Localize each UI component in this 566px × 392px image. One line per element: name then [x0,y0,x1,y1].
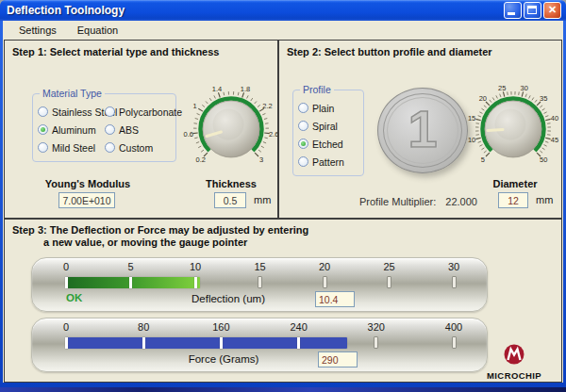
tick-mark [323,276,327,288]
material-type-group-label: Material Type [40,88,105,99]
radio-polycarbonate[interactable]: Polycarbonate [105,103,182,121]
tick-mark [65,277,68,288]
youngs-modulus-label: Young's Modulus [31,178,144,189]
minimize-button[interactable] [504,2,522,19]
radio-icon [38,124,48,135]
tick-mark [220,337,223,349]
tick-label: 25 [373,261,407,272]
svg-text:50: 50 [540,155,547,164]
svg-text:1.4: 1.4 [212,85,222,93]
app-window: Deflection Toolnology ✕ Settings Equatio… [0,0,566,392]
titlebar-buttons: ✕ [504,2,561,19]
profile-multiplier-value: 22.000 [445,196,477,207]
svg-text:0.2: 0.2 [196,155,206,164]
taskbar-sliver[interactable] [0,387,566,392]
tick-mark [374,336,378,349]
radio-icon [298,121,308,131]
button-preview-number: 1 [378,97,467,158]
radio-icon [298,103,308,113]
radio-abs[interactable]: ABS [105,121,182,139]
diameter-label: Diameter [473,178,558,189]
radio-spiral[interactable]: Spiral [298,117,365,135]
tick-mark [452,276,457,288]
deflection-input[interactable] [315,291,355,307]
tick-label: 5 [114,261,148,272]
maximize-button[interactable] [524,2,541,19]
deflection-gauge[interactable]: 051015202530 OK Deflection (um) [31,257,488,312]
svg-text:5: 5 [481,155,485,164]
menu-bar: Settings Equation [3,21,563,40]
deflection-axis-label: Deflection (um) [153,293,304,304]
menu-equation[interactable]: Equation [69,23,126,38]
svg-text:10: 10 [468,136,475,144]
radio-label: Spiral [312,121,338,132]
menu-settings[interactable]: Settings [10,23,65,38]
force-axis-label: Force (Grams) [148,353,299,365]
thickness-knob[interactable]: 0.20.611.41.82.22.63 [182,80,280,178]
tick-label: 80 [126,321,160,333]
tick-label: 20 [308,261,341,272]
radio-etched[interactable]: Etched [298,135,365,153]
thickness-label: Thickness [190,178,273,189]
radio-label: Polycarbonate [119,106,182,118]
profile-multiplier-label: Profile Multiplier: [359,196,436,207]
tick-mark [387,276,391,288]
radio-stainless-steel[interactable]: Stainless Steel [38,103,105,121]
tick-label: 15 [243,261,277,272]
radio-icon [38,106,48,117]
branding: MICROCHIP [471,343,558,381]
force-input[interactable] [318,351,358,368]
tick-label: 0 [49,261,83,272]
tick-label: 240 [282,321,316,333]
step2-panel: Step 2: Select button profile and diamet… [278,40,562,219]
force-bar[interactable] [66,337,347,349]
svg-text:0.6: 0.6 [184,130,193,139]
tick-mark [297,337,300,349]
radio-icon [105,124,115,135]
profile-multiplier: Profile Multiplier:22.000 [359,196,477,207]
radio-plain[interactable]: Plain [298,99,365,117]
material-type-group: Material Type Stainless SteelAluminumMil… [32,93,176,162]
svg-text:1.8: 1.8 [241,85,250,93]
tick-label: 400 [437,321,471,333]
step3-title-line1: Step 3: The Deflection or Force may be a… [12,224,308,236]
radio-aluminum[interactable]: Aluminum [38,121,105,139]
step1-title: Step 1: Select material type and thickne… [12,46,219,57]
deflection-bar[interactable] [66,277,200,288]
youngs-modulus-input[interactable] [58,192,115,208]
profile-options: PlainSpiralEtchedPattern [298,99,365,171]
radio-pattern[interactable]: Pattern [298,153,365,171]
radio-label: Etched [312,139,343,150]
force-gauge[interactable]: 080160240320400 Force (Grams) [31,318,488,372]
thickness-unit: mm [254,194,271,205]
svg-text:25: 25 [498,84,506,92]
radio-custom[interactable]: Custom [105,139,182,156]
tick-label: 10 [178,261,212,272]
diameter-knob[interactable]: 5101520253035404550 [464,80,562,178]
svg-text:2.6: 2.6 [269,130,278,139]
radio-label: Aluminum [52,124,96,136]
svg-text:15: 15 [468,114,475,122]
svg-text:40: 40 [551,114,558,122]
tick-label: 320 [359,321,393,333]
diameter-input[interactable] [498,192,528,208]
svg-text:35: 35 [540,94,547,103]
step2-title: Step 2: Select button profile and diamet… [287,46,492,57]
radio-icon [298,156,308,167]
tick-mark [194,277,197,288]
step3-title-line2: a new value, or moving the gauge pointer [43,237,247,248]
button-preview: 1 [377,88,468,173]
tick-mark [258,276,262,288]
svg-text:1: 1 [192,102,196,110]
radio-mild-steel[interactable]: Mild Steel [38,139,105,156]
svg-text:3: 3 [259,155,263,164]
tick-mark [65,337,68,349]
radio-label: Mild Steel [52,142,95,154]
svg-text:45: 45 [551,136,558,144]
tick-mark [142,337,145,349]
radio-icon [105,142,115,153]
title-bar[interactable]: Deflection Toolnology ✕ [0,0,566,21]
thickness-input[interactable] [214,192,246,208]
close-button[interactable]: ✕ [543,2,561,19]
tick-label: 160 [204,321,238,333]
